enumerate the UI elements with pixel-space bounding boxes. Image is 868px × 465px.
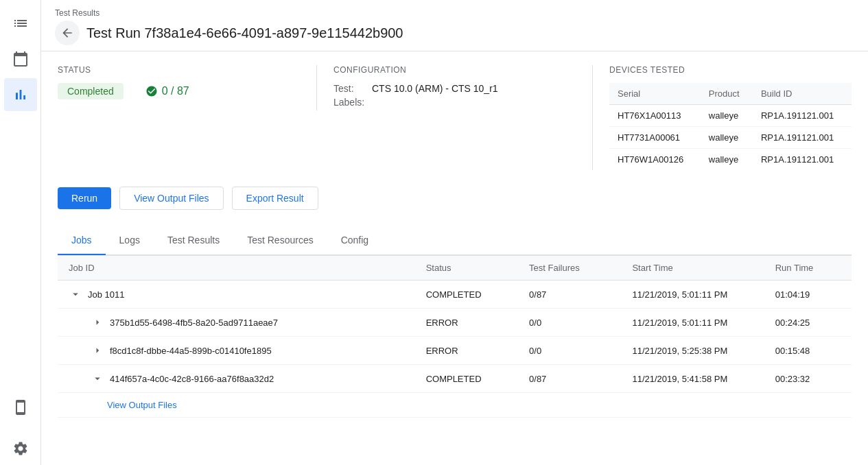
tab-jobs[interactable]: Jobs bbox=[58, 226, 106, 255]
config-label: Configuration bbox=[333, 65, 576, 75]
expand-button[interactable] bbox=[69, 287, 82, 301]
jobs-table: Job ID Status Test Failures Start Time R… bbox=[58, 255, 852, 418]
jobs-col-start: Start Time bbox=[621, 256, 764, 281]
tab-logs[interactable]: Logs bbox=[106, 226, 154, 255]
job-child-id-cell: 414f657a-4c0c-42c8-9166-aa76f8aa32d2 bbox=[58, 365, 415, 393]
job-id-cell: Job 1011 bbox=[58, 281, 415, 309]
devices-label: Devices Tested bbox=[609, 65, 852, 75]
main-content: Test Results Test Run 7f38a1e4-6e66-4091… bbox=[41, 0, 868, 465]
job-child-run-time: 00:15:48 bbox=[764, 337, 852, 365]
device-product: walleye bbox=[701, 149, 753, 171]
view-output-row: View Output Files bbox=[58, 393, 852, 418]
expand-button[interactable] bbox=[91, 372, 104, 385]
job-child-failures: 0/0 bbox=[518, 337, 621, 365]
header-title-row: Test Run 7f38a1e4-6e66-4091-a897-9e11544… bbox=[55, 21, 854, 45]
job-status: COMPLETED bbox=[415, 281, 518, 309]
status-badge: Completed bbox=[58, 83, 124, 99]
jobs-col-id: Job ID bbox=[58, 256, 415, 281]
info-section: Status Completed 0 / 87 Configuration Te… bbox=[58, 65, 852, 170]
status-block: Status Completed 0 / 87 bbox=[58, 65, 300, 110]
config-labels-key: Labels: bbox=[333, 97, 366, 108]
job-start-time: 11/21/2019, 5:01:11 PM bbox=[621, 281, 764, 309]
config-block: Configuration Test: CTS 10.0 (ARM) - CTS… bbox=[316, 65, 576, 110]
job-child-start-time: 11/21/2019, 5:25:38 PM bbox=[621, 337, 764, 365]
job-child-start-time: 11/21/2019, 5:41:58 PM bbox=[621, 365, 764, 393]
device-serial: HT7731A00061 bbox=[609, 127, 701, 149]
jobs-col-run: Run Time bbox=[764, 256, 852, 281]
job-child-start-time: 11/21/2019, 5:01:11 PM bbox=[621, 309, 764, 337]
devices-table-row: HT7731A00061 walleye RP1A.191121.001 bbox=[609, 127, 852, 149]
breadcrumb: Test Results bbox=[55, 8, 854, 18]
devices-table-row: HT76W1A00126 walleye RP1A.191121.001 bbox=[609, 149, 852, 171]
device-build: RP1A.191121.001 bbox=[753, 105, 852, 127]
page-title: Test Run 7f38a1e4-6e66-4091-a897-9e11544… bbox=[86, 25, 403, 41]
config-test-row: Test: CTS 10.0 (ARM) - CTS 10_r1 bbox=[333, 83, 576, 94]
job-child-id-label: f8cd1c8f-dbbe-44a5-899b-c01410fe1895 bbox=[110, 346, 272, 356]
sidebar bbox=[0, 0, 41, 465]
job-child-row: f8cd1c8f-dbbe-44a5-899b-c01410fe1895 ERR… bbox=[58, 337, 852, 365]
content-area: Status Completed 0 / 87 Configuration Te… bbox=[41, 51, 868, 465]
header: Test Results Test Run 7f38a1e4-6e66-4091… bbox=[41, 0, 868, 51]
devices-block: Devices Tested Serial Product Build ID H… bbox=[592, 65, 852, 170]
job-child-status: ERROR bbox=[415, 337, 518, 365]
view-output-button[interactable]: View Output Files bbox=[119, 187, 223, 210]
job-child-id-label: 375b1d55-6498-4fb5-8a20-5ad9711aeae7 bbox=[110, 318, 278, 328]
devices-table: Serial Product Build ID HT76X1A00113 wal… bbox=[609, 83, 852, 170]
tab-test-results[interactable]: Test Results bbox=[154, 226, 233, 255]
expand-button[interactable] bbox=[91, 344, 104, 357]
devices-table-row: HT76X1A00113 walleye RP1A.191121.001 bbox=[609, 105, 852, 127]
sidebar-item-chart[interactable] bbox=[4, 78, 37, 111]
device-product: walleye bbox=[701, 105, 753, 127]
job-child-failures: 0/0 bbox=[518, 309, 621, 337]
job-failures: 0/87 bbox=[518, 281, 621, 309]
check-circle-icon bbox=[145, 85, 158, 97]
tab-test-resources[interactable]: Test Resources bbox=[233, 226, 327, 255]
job-child-run-time: 00:23:32 bbox=[764, 365, 852, 393]
calendar-icon bbox=[12, 51, 29, 67]
settings-icon bbox=[12, 440, 29, 457]
job-child-id-label: 414f657a-4c0c-42c8-9166-aa76f8aa32d2 bbox=[110, 374, 274, 384]
job-child-status: COMPLETED bbox=[415, 365, 518, 393]
rerun-button[interactable]: Rerun bbox=[58, 187, 111, 209]
actions-row: Rerun View Output Files Export Result bbox=[58, 187, 852, 210]
phone-icon bbox=[12, 399, 29, 416]
sidebar-item-phone[interactable] bbox=[4, 391, 37, 424]
job-child-row: 414f657a-4c0c-42c8-9166-aa76f8aa32d2 COM… bbox=[58, 365, 852, 393]
device-serial: HT76W1A00126 bbox=[609, 149, 701, 171]
device-build: RP1A.191121.001 bbox=[753, 149, 852, 171]
status-label: Status bbox=[58, 65, 300, 75]
chart-icon bbox=[12, 86, 29, 103]
view-output-files-link[interactable]: View Output Files bbox=[58, 393, 852, 417]
job-child-failures: 0/87 bbox=[518, 365, 621, 393]
jobs-col-failures: Test Failures bbox=[518, 256, 621, 281]
config-test-key: Test: bbox=[333, 83, 366, 94]
devices-col-product: Product bbox=[701, 83, 753, 105]
back-button[interactable] bbox=[55, 21, 80, 45]
job-child-id-cell: 375b1d55-6498-4fb5-8a20-5ad9711aeae7 bbox=[58, 309, 415, 337]
job-child-status: ERROR bbox=[415, 309, 518, 337]
devices-col-build: Build ID bbox=[753, 83, 852, 105]
sidebar-item-list[interactable] bbox=[4, 7, 37, 40]
export-result-button[interactable]: Export Result bbox=[232, 187, 318, 210]
expand-button[interactable] bbox=[91, 315, 104, 329]
job-child-run-time: 00:24:25 bbox=[764, 309, 852, 337]
pass-count: 0 / 87 bbox=[145, 85, 189, 97]
list-icon bbox=[12, 15, 29, 32]
back-icon bbox=[60, 26, 74, 40]
tab-config[interactable]: Config bbox=[327, 226, 382, 255]
pass-count-text: 0 / 87 bbox=[162, 85, 189, 97]
view-output-cell: View Output Files bbox=[58, 393, 852, 418]
job-child-id-cell: f8cd1c8f-dbbe-44a5-899b-c01410fe1895 bbox=[58, 337, 415, 365]
device-serial: HT76X1A00113 bbox=[609, 105, 701, 127]
devices-col-serial: Serial bbox=[609, 83, 701, 105]
job-run-time: 01:04:19 bbox=[764, 281, 852, 309]
config-test-value: CTS 10.0 (ARM) - CTS 10_r1 bbox=[372, 83, 498, 94]
jobs-col-status: Status bbox=[415, 256, 518, 281]
sidebar-item-calendar[interactable] bbox=[4, 43, 37, 75]
job-row: Job 1011 COMPLETED 0/87 11/21/2019, 5:01… bbox=[58, 281, 852, 309]
sidebar-item-settings[interactable] bbox=[4, 432, 37, 465]
device-build: RP1A.191121.001 bbox=[753, 127, 852, 149]
device-product: walleye bbox=[701, 127, 753, 149]
config-labels-row: Labels: bbox=[333, 97, 576, 108]
job-id-label: Job 1011 bbox=[88, 289, 125, 300]
